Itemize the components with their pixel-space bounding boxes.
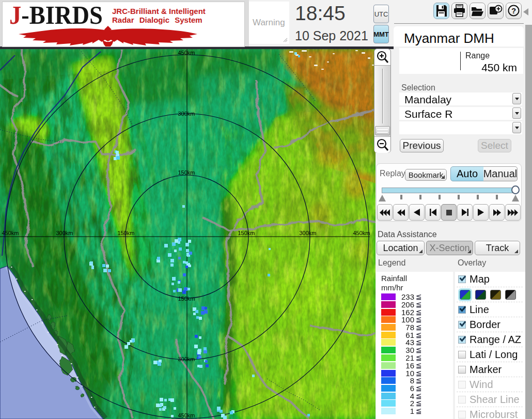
svg-text:300km: 300km bbox=[56, 230, 73, 236]
svg-text:450km: 450km bbox=[2, 230, 19, 236]
svg-text:150km: 150km bbox=[178, 169, 195, 176]
svg-text:450km: 450km bbox=[178, 412, 195, 418]
svg-text:150km: 150km bbox=[238, 230, 255, 236]
svg-text:450km: 450km bbox=[178, 50, 195, 56]
svg-text:300km: 300km bbox=[178, 111, 195, 117]
svg-text:300km: 300km bbox=[178, 356, 195, 362]
svg-text:150km: 150km bbox=[117, 230, 134, 236]
svg-text:?: ? bbox=[511, 6, 516, 15]
svg-text:450km: 450km bbox=[353, 230, 370, 236]
svg-text:150km: 150km bbox=[178, 296, 195, 302]
svg-text:300km: 300km bbox=[299, 230, 316, 236]
